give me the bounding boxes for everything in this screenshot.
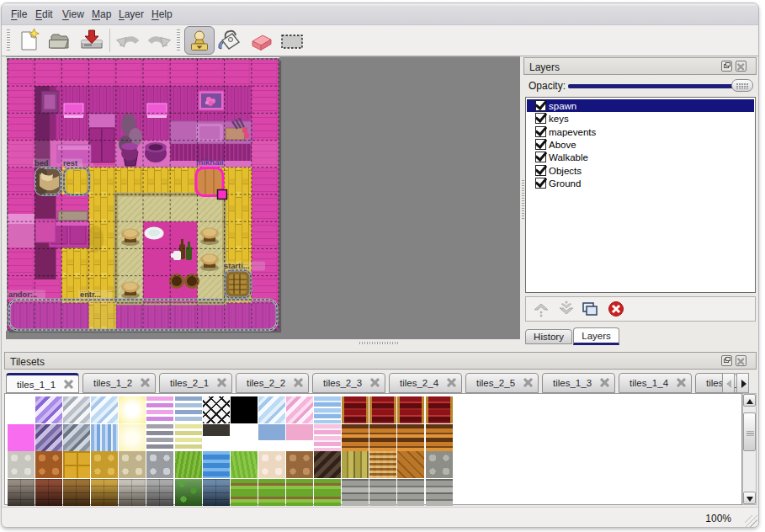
svg-text:rest: rest bbox=[63, 159, 77, 168]
svg-text:mikhail: mikhail bbox=[196, 157, 224, 167]
svg-text:bed: bed bbox=[35, 159, 49, 168]
svg-text:andor:..: andor:.. bbox=[8, 290, 37, 299]
svg-text:starti...: starti... bbox=[224, 262, 249, 270]
svg-text:entr...: entr... bbox=[80, 290, 101, 299]
